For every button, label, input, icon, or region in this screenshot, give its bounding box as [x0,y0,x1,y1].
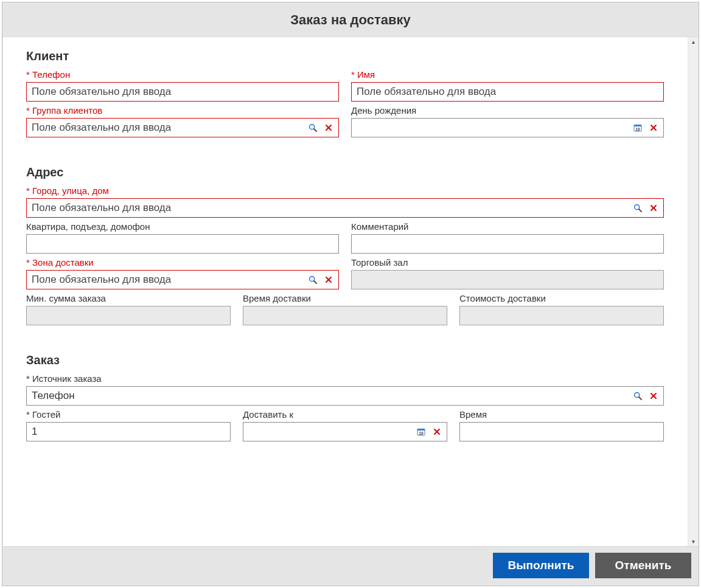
input-wrap-street [26,198,664,218]
field-deliver-by: Доставить к [243,409,447,441]
field-apt: Квартира, подъезд, домофон [26,221,339,254]
input-wrap-comment [351,234,664,254]
calendar-icon[interactable] [632,122,644,134]
label-delivery-cost: Стоимость доставки [459,293,664,303]
row-group-birthday: * Группа клиентов День рождения [26,105,664,137]
submit-button[interactable]: Выполнить [493,553,589,578]
dialog-title: Заказ на доставку [2,2,699,37]
clear-icon[interactable] [431,426,443,438]
field-birthday: День рождения [351,105,664,137]
phone-input[interactable] [27,83,338,101]
row-phone-name: * Телефон * Имя [26,69,664,102]
min-sum-input [27,306,230,325]
search-icon[interactable] [632,202,644,214]
clear-icon[interactable] [323,274,335,286]
delivery-cost-input [460,306,663,325]
row-zone-hall: * Зона доставки Торговый зал [26,257,664,289]
row-minsum-time-cost: Мин. сумма заказа Время доставки Стоимос… [26,293,664,325]
street-input[interactable] [27,199,632,217]
zone-input[interactable] [27,271,307,289]
field-min-sum: Мин. сумма заказа [26,293,231,325]
label-name: * Имя [351,69,664,80]
field-guests: * Гостей [26,409,231,441]
search-icon[interactable] [307,274,319,286]
birthday-input[interactable] [352,119,632,137]
field-source: * Источник заказа [26,373,664,406]
row-guests-deliverby-time: * Гостей Доставить к Время [26,409,664,441]
dialog-frame: Заказ на доставку Клиент * Телефон * Имя [2,2,699,586]
label-guests: * Гостей [26,409,231,420]
scrollbar[interactable]: ▴ ▾ [688,37,698,546]
calendar-icon[interactable] [415,426,427,438]
search-icon[interactable] [632,390,644,402]
field-delivery-time: Время доставки [243,293,447,325]
input-wrap-delivery-cost [459,306,664,325]
dialog-footer: Выполнить Отменить [2,546,699,586]
field-delivery-cost: Стоимость доставки [459,293,664,325]
field-street: * Город, улица, дом [26,185,664,218]
cancel-button[interactable]: Отменить [595,553,691,578]
label-min-sum: Мин. сумма заказа [26,293,231,303]
label-zone: * Зона доставки [26,257,339,268]
input-wrap-min-sum [26,306,231,325]
label-comment: Комментарий [351,221,664,232]
input-wrap-phone [26,82,339,102]
dialog-body: Клиент * Телефон * Имя * Группа [3,37,687,546]
section-title-address: Адрес [26,165,664,179]
guests-input[interactable] [27,423,230,441]
apt-input[interactable] [27,235,338,253]
field-time: Время [459,409,664,441]
dialog-body-wrapper: Клиент * Телефон * Имя * Группа [3,37,698,546]
clear-icon[interactable] [647,202,660,214]
deliver-by-input[interactable] [243,423,415,441]
section-title-client: Клиент [26,49,664,63]
label-hall: Торговый зал [351,257,664,268]
label-phone: * Телефон [26,69,339,80]
row-source: * Источник заказа [26,373,664,406]
input-wrap-apt [26,234,339,254]
source-input[interactable] [27,387,632,405]
field-client-group: * Группа клиентов [26,105,339,137]
clear-icon[interactable] [647,390,660,402]
label-delivery-time: Время доставки [243,293,447,303]
delivery-time-input [243,306,447,325]
input-wrap-hall [351,270,664,289]
time-input[interactable] [460,423,663,441]
hall-input [352,271,663,289]
label-apt: Квартира, подъезд, домофон [26,221,339,232]
label-source: * Источник заказа [26,373,664,384]
name-input[interactable] [352,83,663,101]
label-deliver-by: Доставить к [243,409,447,420]
client-group-input[interactable] [27,119,307,137]
row-street: * Город, улица, дом [26,185,664,218]
label-time: Время [459,409,664,420]
label-client-group: * Группа клиентов [26,105,339,116]
comment-input[interactable] [352,235,663,253]
scroll-up-icon[interactable]: ▴ [690,38,697,45]
clear-icon[interactable] [323,122,335,134]
input-wrap-delivery-time [243,306,447,325]
input-wrap-zone [26,270,339,289]
label-birthday: День рождения [351,105,664,116]
input-wrap-guests [26,422,231,441]
row-apt-comment: Квартира, подъезд, домофон Комментарий [26,221,664,254]
input-wrap-birthday [351,118,664,137]
input-wrap-deliver-by [243,422,447,441]
field-name: * Имя [351,69,664,102]
clear-icon[interactable] [647,122,660,134]
field-phone: * Телефон [26,69,339,102]
field-zone: * Зона доставки [26,257,339,289]
field-comment: Комментарий [351,221,664,254]
label-street: * Город, улица, дом [26,185,664,196]
input-wrap-name [351,82,664,102]
search-icon[interactable] [307,122,319,134]
field-hall: Торговый зал [351,257,664,289]
scroll-down-icon[interactable]: ▾ [690,538,697,545]
input-wrap-time [459,422,664,441]
input-wrap-client-group [26,118,339,137]
input-wrap-source [26,386,664,406]
section-title-order: Заказ [26,353,664,367]
